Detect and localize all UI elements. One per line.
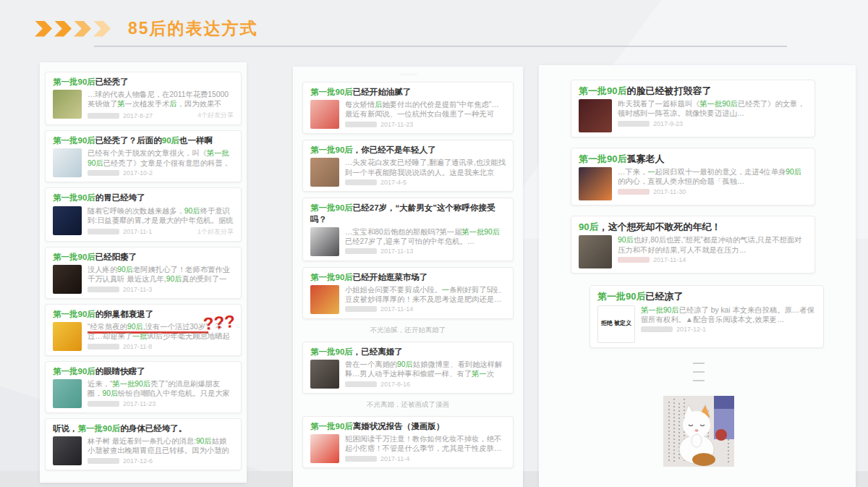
- article-thumbnail: [310, 360, 339, 389]
- article-card[interactable]: 第一批90后已经阳痿了没人疼的90后老阿姨扎心了！老师布置作业千万认真听 最近这…: [45, 247, 242, 299]
- article-card[interactable]: 第一批90后已经秃了？后面的90后也一样啊已经有个关于脱发的文章很火，叫《第一批…: [45, 130, 242, 182]
- article-thumbnail: [310, 100, 339, 129]
- source-redacted: [618, 121, 650, 127]
- article-meta: 2017-11-23: [345, 121, 506, 128]
- article-date: 2017-11-1: [123, 228, 152, 235]
- article-excerpt: 90后也好,80后也罢,“想死”都是冲动的气话,只是不想面对压力和不好的结果,可…: [618, 235, 807, 254]
- article-meta: 2017-12-6: [88, 457, 234, 465]
- article-date: 2017-11-4: [380, 455, 409, 462]
- article-meta: 2017-11-11个好友分享: [88, 227, 234, 237]
- page-title: 85后的表达方式: [128, 17, 258, 40]
- source-redacted: [345, 306, 377, 312]
- column-1: 第一批90后已经秃了…球的代表人物鲁尼，在2011年花费15000英镑做了第一次…: [40, 62, 247, 483]
- source-redacted: [345, 122, 377, 127]
- chevron-arrow-icon: [93, 21, 111, 37]
- article-card[interactable]: 听说，第一批90后的身体已经垮了。林子树 最近看到一条扎心的消息:90后姑娘小慧…: [45, 418, 242, 470]
- article-title: 第一批90后的眼睛快瞎了: [53, 366, 234, 377]
- article-title: 第一批90后已经秃了？后面的90后也一样啊: [53, 135, 234, 146]
- article-thumbnail: [310, 227, 339, 256]
- article-thumbnail: [53, 322, 82, 351]
- article-title: 第一批90后的胃已经垮了: [53, 192, 234, 203]
- article-title: 第一批90后已经27岁，“大龄男女”这个称呼你接受吗？: [310, 203, 506, 224]
- article-card[interactable]: 第一批90后孤寡老人…下来，一起回归双十一最初的意义，走进4位单身90后的内心，…: [571, 148, 815, 206]
- article-excerpt: 林子树 最近看到一条扎心的消息:90后姑娘小慧被查出晚期胃癌且已转移。因为小慧的…: [88, 436, 234, 456]
- article-title: 第一批90后离婚状况报告（漫画版）: [310, 421, 506, 432]
- source-redacted: [345, 179, 377, 185]
- article-meta: 2017-11-23: [88, 400, 234, 407]
- article-excerpt: …头发花白发友已经睡了,翻遍了通讯录,也没能找到一个半夜能陪我说说话的人。这是我…: [345, 158, 506, 177]
- article-card[interactable]: 第一批90后已经27岁，“大龄男女”这个称呼你接受吗？…宝宝和80后饱怨的那般吗…: [302, 198, 514, 261]
- article-excerpt: 曾在一个离婚的90后姑娘微博里、看到她这样解释…男人动手这种事和偷腥一样、有了第…: [345, 360, 506, 379]
- article-meta: 2017-11-13: [345, 247, 506, 255]
- article-date: 2017-11-13: [380, 247, 413, 255]
- article-thumbnail: [310, 285, 339, 314]
- article-meta: 2017-11-3: [88, 286, 234, 293]
- dash: [693, 363, 705, 364]
- title-underline: [94, 46, 787, 47]
- article-date: 2017-12-6: [123, 457, 153, 465]
- article-title: 第一批90后的脸已经被打毁容了: [579, 85, 807, 97]
- article-card[interactable]: 第一批90后已经凉了拒绝 被定义第一批90后已经凉了 by kai 本文来自投稿…: [590, 285, 824, 347]
- article-date: 2017-11-3: [123, 286, 152, 293]
- article-excerpt: 昨天我看了一篇标题叫《第一批90后已经秃了》的文章，顿时感到一阵苍凉。就像快要迈…: [618, 99, 807, 118]
- article-date: 2017-11-14: [653, 256, 686, 263]
- article-card[interactable]: 第一批90后已经秃了…球的代表人物鲁尼，在2011年花费15000英镑做了第一次…: [45, 72, 242, 125]
- article-date: 2017-8-16: [380, 381, 410, 388]
- separator-dashes: [590, 358, 808, 381]
- article-date: 2017-11-30: [653, 188, 686, 195]
- article-card[interactable]: 第一批90后的胃已经垮了随着它呼唤的次数越来越多，90后终于意识到:日益萎靡的胃…: [45, 187, 242, 241]
- source-redacted: [88, 458, 119, 464]
- column-2: ⋯⋯⋯第一批90后已经开始油腻了每次矫情后她要付出的代价是提前“中年焦虑”…最近…: [293, 67, 523, 487]
- source-redacted: [88, 229, 119, 234]
- article-title: 第一批90后已经开始逛菜市场了: [310, 272, 506, 283]
- article-thumbnail: [53, 90, 82, 119]
- chevron-arrow-icon: [35, 21, 52, 37]
- article-meta: 2017-11-4: [345, 455, 506, 462]
- article-meta: 2017-12-1: [641, 326, 816, 333]
- article-excerpt: …下来，一起回归双十一最初的意义，走进4位单身90后的内心，直视人类永恒的命题「…: [618, 167, 807, 186]
- article-thumbnail: [53, 148, 82, 177]
- chevron-arrow-icon: [74, 21, 91, 37]
- question-marks-annotation: ???: [203, 313, 236, 333]
- article-title: 第一批90后，已经离婚了: [310, 347, 506, 357]
- article-thumbnail: [53, 206, 82, 235]
- article-excerpt: 近来，“第一批90后秃了”的消息刷爆朋友圈，90后纷纷自嘲陷入中年危机。只是大家…: [88, 379, 234, 399]
- article-excerpt: 每次矫情后她要付出的代价是提前“中年焦虑”…最近有新闻说、一位杭州女白领患了一种…: [345, 100, 506, 119]
- source-redacted: [88, 287, 119, 292]
- article-card[interactable]: 第一批90后，已经离婚了曾在一个离婚的90后姑娘微博里、看到她这样解释…男人动手…: [302, 342, 514, 394]
- article-date: 2017-11-23: [380, 121, 413, 128]
- article-card[interactable]: 第一批90后的卵巢都衰退了“经常熬夜的90后,没有一个活过30岁”。不过…却迎来…: [45, 304, 242, 356]
- article-meta: 2017-8-274个好友分享: [88, 111, 234, 120]
- article-card[interactable]: 第一批90后离婚状况报告（漫画版）犯困阅读千万注意！教你如何化妆不掉妆，绝不起小…: [302, 416, 514, 468]
- article-thumbnail: [53, 436, 82, 465]
- source-redacted: [88, 113, 119, 119]
- cropped-caption: ⋯⋯⋯: [302, 71, 514, 77]
- article-title: 第一批90后已经阳痿了: [53, 252, 234, 263]
- article-excerpt: 没人疼的90后老阿姨扎心了！老师布置作业千万认真听 最近这几年,90后真的受到了…: [88, 265, 234, 284]
- chevrons-icon: [35, 21, 111, 37]
- article-title: 第一批90后已经开始油腻了: [310, 87, 506, 98]
- article-title: 90后，这个想死却不敢死的年纪！: [579, 221, 807, 233]
- article-card[interactable]: 第一批90后的脸已经被打毁容了昨天我看了一篇标题叫《第一批90后已经秃了》的文章…: [571, 80, 815, 137]
- share-count: 4个好友分享: [197, 111, 234, 120]
- article-card[interactable]: 第一批90后，你已经不是年轻人了…头发花白发友已经睡了,翻遍了通讯录,也没能找到…: [302, 140, 514, 192]
- article-date: 2017-11-23: [123, 400, 156, 407]
- article-title: 第一批90后已经秃了: [53, 77, 234, 88]
- article-meta: 2017-11-14: [618, 256, 807, 263]
- article-excerpt: …球的代表人物鲁尼，在2011年花费15000英镑做了第一次植发手术后，因为效果…: [88, 90, 234, 109]
- article-meta: 2017-10-2: [88, 169, 234, 177]
- article-card[interactable]: 90后，这个想死却不敢死的年纪！90后也好,80后也罢,“想死”都是冲动的气话,…: [571, 216, 815, 274]
- article-meta: 2017-11-30: [618, 188, 807, 195]
- source-redacted: [345, 381, 377, 387]
- source-redacted: [345, 456, 377, 462]
- article-card[interactable]: 第一批90后的眼睛快瞎了近来，“第一批90后秃了”的消息刷爆朋友圈，90后纷纷自…: [45, 361, 242, 413]
- section-caption: 不光离婚，还被画成了漫画: [302, 399, 514, 410]
- article-card[interactable]: 第一批90后已经开始逛菜市场了小姐姐会问要不要剪成小段。一条刚好剪了5段、豆皮被…: [302, 267, 514, 319]
- article-thumbnail: [53, 379, 82, 408]
- article-meta: 2017-9-23: [618, 120, 807, 127]
- article-date: 2017-4-5: [380, 179, 407, 186]
- article-excerpt: 小姐姐会问要不要剪成小段。一条刚好剪了5段、豆皮被炒得厚厚的！来不及思考这是肥肉…: [345, 285, 506, 304]
- share-count: 1个好友分享: [197, 227, 234, 237]
- article-card[interactable]: 第一批90后已经开始油腻了每次矫情后她要付出的代价是提前“中年焦虑”…最近有新闻…: [302, 82, 514, 134]
- article-thumbnail: [53, 265, 82, 294]
